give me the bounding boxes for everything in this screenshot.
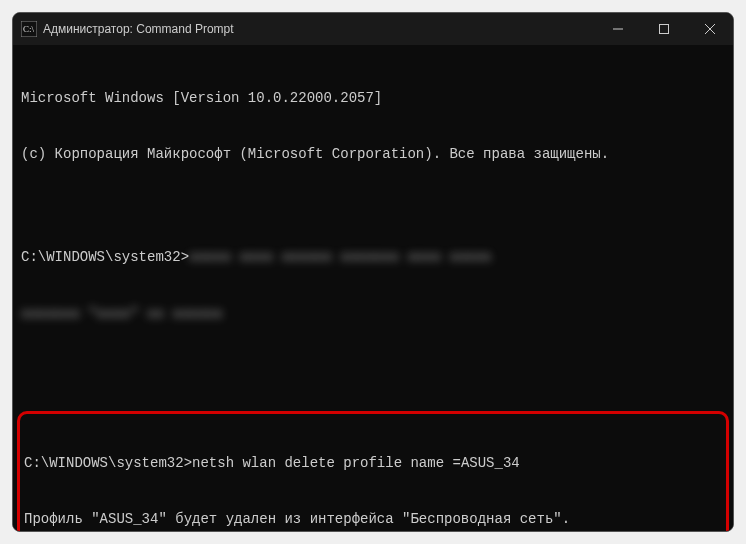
command-prompt-window: C:\ Администратор: Command Prompt Micros… [12, 12, 734, 532]
blurred-command: xxxxx xxxx xxxxxx xxxxxxx xxxx xxxxx [189, 249, 491, 265]
prompt-text: C:\WINDOWS\system32> [24, 455, 192, 471]
blurred-output: xxxxxxx "xxxx" xx xxxxxx [21, 305, 725, 324]
svg-rect-3 [660, 25, 669, 34]
command-text: netsh wlan delete profile name =ASUS_34 [192, 455, 520, 471]
highlighted-command-line: C:\WINDOWS\system32>netsh wlan delete pr… [24, 454, 722, 473]
terminal-output[interactable]: Microsoft Windows [Version 10.0.22000.20… [13, 45, 733, 531]
copyright-line: (c) Корпорация Майкрософт (Microsoft Cor… [21, 145, 725, 164]
window-title: Администратор: Command Prompt [43, 22, 234, 36]
maximize-button[interactable] [641, 13, 687, 45]
prompt-line-1: C:\WINDOWS\system32>xxxxx xxxx xxxxxx xx… [21, 248, 725, 267]
version-line: Microsoft Windows [Version 10.0.22000.20… [21, 89, 725, 108]
cmd-icon: C:\ [21, 21, 37, 37]
close-button[interactable] [687, 13, 733, 45]
highlighted-command-block: C:\WINDOWS\system32>netsh wlan delete pr… [17, 411, 729, 531]
blank-line [21, 361, 725, 369]
titlebar[interactable]: C:\ Администратор: Command Prompt [13, 13, 733, 45]
minimize-button[interactable] [595, 13, 641, 45]
prompt-text: C:\WINDOWS\system32> [21, 249, 189, 265]
svg-text:C:\: C:\ [23, 24, 35, 34]
blank-line [21, 202, 725, 210]
highlighted-result-line: Профиль "ASUS_34" будет удален из интерф… [24, 510, 722, 529]
